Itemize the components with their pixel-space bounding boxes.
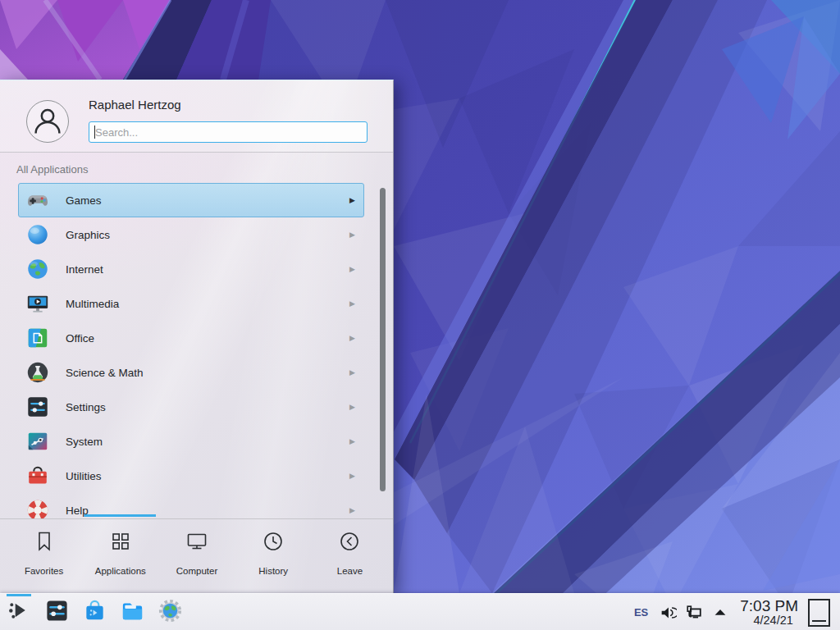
computer-icon	[185, 530, 208, 556]
system-tray: ES 7:03 PM 4/24/21	[628, 594, 840, 630]
application-launcher-popup: Raphael Hertzog All Applications Games▶G…	[0, 80, 394, 593]
history-icon	[262, 530, 285, 556]
taskbar-launchers	[0, 594, 189, 630]
tab-history[interactable]: History	[235, 519, 312, 593]
systemsettings-icon	[44, 598, 70, 627]
tab-label: Favorites	[25, 566, 63, 576]
help-icon	[25, 498, 50, 518]
application-launcher-button[interactable]	[0, 594, 38, 630]
search-input[interactable]	[89, 121, 368, 143]
office-icon	[25, 326, 50, 350]
category-multimedia[interactable]: Multimedia▶	[18, 286, 364, 321]
category-system[interactable]: System▶	[18, 424, 364, 459]
category-utilities[interactable]: Utilities▶	[18, 459, 364, 493]
category-list: Games▶Graphics▶Internet▶Multimedia▶Offic…	[0, 180, 394, 518]
category-label: Internet	[66, 263, 103, 276]
category-internet[interactable]: Internet▶	[18, 252, 364, 286]
tab-favorites[interactable]: Favorites	[6, 519, 82, 593]
category-label: Games	[66, 194, 102, 207]
user-name: Raphael Hertzog	[89, 98, 181, 112]
category-label: System	[66, 436, 103, 448]
tab-label: Computer	[176, 566, 218, 576]
category-science-math[interactable]: Science & Math▶	[18, 355, 364, 390]
graphics-icon	[25, 222, 50, 247]
category-games[interactable]: Games▶	[18, 183, 364, 217]
active-app-indicator	[7, 594, 31, 596]
category-settings[interactable]: Settings▶	[18, 390, 364, 424]
submenu-arrow-icon: ▶	[349, 403, 355, 411]
tab-computer[interactable]: Computer	[158, 519, 235, 593]
text-caret	[94, 126, 95, 139]
category-label: Science & Math	[66, 367, 144, 379]
multimedia-icon	[25, 291, 50, 316]
tab-applications[interactable]: Applications	[82, 519, 158, 593]
submenu-arrow-icon: ▶	[349, 265, 355, 273]
expand-tray-icon[interactable]	[710, 602, 731, 623]
user-avatar[interactable]	[26, 100, 69, 143]
category-office[interactable]: Office▶	[18, 321, 364, 355]
discover-icon	[82, 598, 107, 627]
category-label: Graphics	[66, 229, 110, 241]
show-desktop-button[interactable]	[808, 599, 830, 627]
settings-icon	[25, 395, 50, 419]
system-icon	[25, 429, 50, 454]
launcher-tab-bar: FavoritesApplicationsComputerHistoryLeav…	[6, 519, 388, 593]
web-browser-button[interactable]	[151, 594, 189, 630]
digital-clock[interactable]: 7:03 PM 4/24/21	[740, 598, 798, 626]
games-icon	[25, 188, 50, 212]
submenu-arrow-icon: ▶	[349, 196, 355, 204]
dolphin-icon	[120, 598, 145, 627]
tab-leave[interactable]: Leave	[312, 519, 388, 593]
network-icon[interactable]	[683, 602, 705, 623]
launcher-header: Raphael Hertzog	[0, 80, 393, 153]
submenu-arrow-icon: ▶	[349, 231, 355, 239]
utilities-icon	[25, 463, 50, 488]
discover-button[interactable]	[75, 594, 113, 630]
keyboard-layout-indicator[interactable]: ES	[628, 606, 655, 619]
browser-icon	[158, 598, 183, 627]
submenu-arrow-icon: ▶	[349, 506, 355, 514]
submenu-arrow-icon: ▶	[349, 368, 355, 377]
category-label: Multimedia	[66, 298, 119, 310]
category-graphics[interactable]: Graphics▶	[18, 217, 364, 252]
system-settings-button[interactable]	[38, 594, 75, 630]
category-label: Utilities	[66, 470, 102, 482]
submenu-arrow-icon: ▶	[349, 299, 355, 308]
tab-label: Applications	[95, 566, 146, 576]
applications-icon	[109, 530, 132, 556]
file-manager-button[interactable]	[113, 594, 151, 630]
volume-icon[interactable]	[657, 602, 678, 623]
clock-time: 7:03 PM	[740, 598, 798, 614]
category-label: Office	[66, 332, 94, 345]
taskbar-panel: ES 7:03 PM 4/24/21	[0, 593, 840, 630]
favorites-icon	[33, 530, 56, 556]
submenu-arrow-icon: ▶	[349, 437, 355, 445]
internet-icon	[25, 257, 50, 281]
tab-label: Leave	[337, 566, 363, 576]
tab-label: History	[258, 566, 288, 576]
active-tab-indicator	[84, 514, 156, 517]
kickoff-icon	[7, 598, 32, 627]
list-scrollbar[interactable]	[380, 188, 386, 491]
leave-icon	[338, 530, 361, 556]
submenu-arrow-icon: ▶	[349, 334, 355, 342]
submenu-arrow-icon: ▶	[349, 472, 355, 480]
section-label: All Applications	[16, 163, 88, 176]
science-icon	[25, 360, 50, 385]
category-label: Settings	[66, 401, 106, 413]
category-help[interactable]: Help▶	[18, 493, 364, 518]
clock-date: 4/24/21	[740, 614, 798, 627]
